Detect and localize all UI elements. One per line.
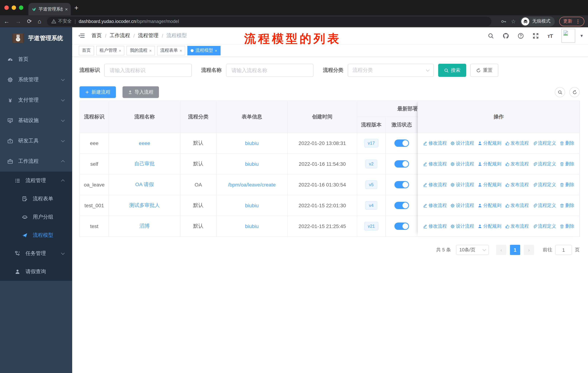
- action-userfill[interactable]: 分配规则: [477, 181, 501, 188]
- process-name-link[interactable]: 滔博: [139, 223, 150, 229]
- breadcrumb-home[interactable]: 首页: [92, 32, 102, 39]
- form-info-link[interactable]: /bpm/oa/leave/create: [228, 182, 276, 188]
- action-thumb[interactable]: 发布流程: [505, 181, 529, 188]
- view-tag[interactable]: 租户管理 ×: [96, 46, 125, 55]
- avatar[interactable]: [561, 29, 575, 43]
- action-trash[interactable]: 删除: [559, 140, 574, 146]
- active-toggle[interactable]: [394, 160, 409, 168]
- star-icon[interactable]: ☆: [511, 19, 516, 24]
- sidebar-item-pay[interactable]: ¥ 支付管理: [0, 90, 72, 110]
- process-name-link[interactable]: 测试多审批人: [129, 202, 160, 208]
- create-process-button[interactable]: 新建流程: [79, 86, 116, 98]
- action-pencil[interactable]: 修改流程: [423, 223, 447, 229]
- address-bar[interactable]: 不安全 | dashboard.yudao.iocoder.cn/bpm/man…: [47, 17, 491, 26]
- sidebar-item-process-form[interactable]: 流程表单: [0, 190, 72, 208]
- view-tag[interactable]: 流程表单 ×: [157, 46, 185, 55]
- zoom-window-button[interactable]: [19, 5, 23, 10]
- action-gearline[interactable]: 设计流程: [450, 223, 474, 229]
- search-icon[interactable]: [488, 33, 494, 39]
- action-userfill[interactable]: 分配规则: [477, 140, 501, 146]
- sidebar-item-leave-query[interactable]: 请假查询: [0, 263, 72, 281]
- process-name-link[interactable]: eeee: [139, 140, 150, 146]
- action-clip[interactable]: 流程定义: [532, 223, 556, 229]
- hamburger-collapse-icon[interactable]: [78, 33, 85, 39]
- action-trash[interactable]: 删除: [559, 161, 574, 167]
- action-userfill[interactable]: 分配规则: [477, 161, 501, 167]
- action-clip[interactable]: 流程定义: [532, 161, 556, 167]
- action-gearline[interactable]: 设计流程: [450, 181, 474, 188]
- toggle-search-button[interactable]: [555, 87, 565, 97]
- breadcrumb-process-manage[interactable]: 流程管理: [138, 32, 158, 39]
- active-toggle[interactable]: [394, 222, 409, 230]
- fullscreen-icon[interactable]: [532, 33, 539, 39]
- action-clip[interactable]: 流程定义: [532, 202, 556, 209]
- sidebar-item-devtool[interactable]: 研发工具: [0, 131, 72, 151]
- action-clip[interactable]: 流程定义: [532, 181, 556, 188]
- sidebar-item-home[interactable]: 首页: [0, 49, 72, 70]
- active-toggle[interactable]: [394, 202, 409, 209]
- sidebar-item-user-group[interactable]: 用户分组: [0, 208, 72, 226]
- action-pencil[interactable]: 修改流程: [423, 140, 447, 146]
- action-clip[interactable]: 流程定义: [532, 140, 556, 146]
- action-gearline[interactable]: 设计流程: [450, 140, 474, 146]
- help-icon[interactable]: [517, 33, 524, 39]
- view-tag[interactable]: 流程模型 ×: [188, 46, 220, 55]
- action-userfill[interactable]: 分配规则: [477, 223, 501, 229]
- action-thumb[interactable]: 发布流程: [505, 223, 529, 229]
- tag-close-icon[interactable]: ×: [180, 48, 182, 53]
- sidebar-item-system[interactable]: 系统管理: [0, 70, 72, 90]
- form-info-link[interactable]: biubiu: [245, 202, 259, 208]
- tag-close-icon[interactable]: ×: [149, 48, 152, 53]
- action-pencil[interactable]: 修改流程: [423, 202, 447, 209]
- sidebar-item-process-manage[interactable]: 流程管理: [0, 171, 72, 190]
- minimize-window-button[interactable]: [12, 5, 16, 10]
- reload-icon[interactable]: ⟳: [27, 18, 32, 24]
- active-toggle[interactable]: [394, 181, 409, 188]
- action-thumb[interactable]: 发布流程: [505, 202, 529, 209]
- tag-close-icon[interactable]: ×: [215, 48, 217, 53]
- browser-tab[interactable]: 芋道管理系统 ×: [28, 3, 71, 15]
- avatar-caret-icon[interactable]: ▼: [580, 33, 584, 38]
- sidebar-item-task-manage[interactable]: 任务管理: [0, 244, 72, 263]
- goto-page-input[interactable]: [555, 245, 572, 255]
- action-trash[interactable]: 删除: [559, 223, 574, 229]
- page-size-select[interactable]: 10条/页: [456, 245, 489, 255]
- process-name-link[interactable]: OA 请假: [135, 181, 154, 187]
- github-icon[interactable]: [503, 33, 509, 39]
- view-tag[interactable]: 首页: [79, 46, 94, 55]
- version-badge[interactable]: v5: [365, 180, 377, 189]
- next-page-button[interactable]: ›: [524, 245, 534, 255]
- update-button[interactable]: 更新 ⋮: [559, 17, 584, 26]
- sidebar-item-process-model[interactable]: 流程模型: [0, 226, 72, 244]
- process-name-input[interactable]: [226, 64, 314, 77]
- form-info-link[interactable]: biubiu: [245, 140, 259, 146]
- import-process-button[interactable]: 导入流程: [123, 86, 159, 98]
- process-key-input[interactable]: [104, 64, 192, 77]
- view-tag[interactable]: 我的流程 ×: [127, 46, 155, 55]
- refresh-table-button[interactable]: [569, 87, 580, 97]
- kebab-menu-icon[interactable]: ⋮: [576, 19, 580, 24]
- action-trash[interactable]: 删除: [559, 202, 574, 209]
- home-icon[interactable]: ⌂: [38, 18, 41, 24]
- version-badge[interactable]: v17: [364, 139, 378, 148]
- process-name-link[interactable]: 自己审批: [134, 161, 155, 166]
- version-badge[interactable]: v2: [365, 160, 377, 168]
- action-gearline[interactable]: 设计流程: [450, 202, 474, 209]
- sidebar-item-infra[interactable]: 基础设施: [0, 110, 72, 131]
- new-tab-button[interactable]: +: [74, 4, 78, 11]
- search-button[interactable]: 搜索: [438, 64, 466, 77]
- version-badge[interactable]: v21: [364, 222, 378, 231]
- action-pencil[interactable]: 修改流程: [423, 161, 447, 167]
- action-pencil[interactable]: 修改流程: [423, 181, 447, 188]
- key-icon[interactable]: [501, 18, 506, 24]
- form-info-link[interactable]: biubiu: [245, 223, 259, 229]
- tab-close-icon[interactable]: ×: [65, 6, 68, 12]
- active-toggle[interactable]: [394, 140, 409, 147]
- close-window-button[interactable]: [4, 5, 9, 10]
- breadcrumb-workflow[interactable]: 工作流程: [110, 32, 130, 39]
- action-gearline[interactable]: 设计流程: [450, 161, 474, 167]
- tag-close-icon[interactable]: ×: [119, 48, 121, 53]
- current-page-button[interactable]: 1: [510, 245, 520, 255]
- form-info-link[interactable]: biubiu: [245, 161, 259, 167]
- app-logo[interactable]: 芋道管理系统: [0, 27, 72, 49]
